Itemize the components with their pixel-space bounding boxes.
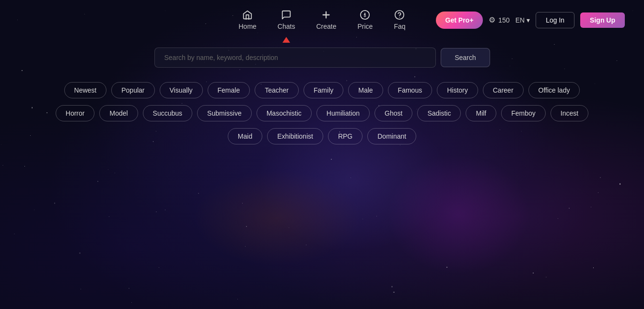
tag-male[interactable]: Male bbox=[348, 82, 383, 98]
chevron-down-icon: ▾ bbox=[527, 16, 530, 24]
tag-teacher[interactable]: Teacher bbox=[255, 82, 299, 98]
tag-submissive[interactable]: Submissive bbox=[197, 105, 252, 121]
tag-office-lady[interactable]: Office lady bbox=[528, 82, 580, 98]
bg-glow-orange bbox=[193, 170, 361, 266]
tags-row-2: HorrorModelSuccubusSubmissiveMasochistic… bbox=[56, 105, 588, 121]
tag-horror[interactable]: Horror bbox=[56, 105, 95, 121]
credits-display: ⚙ 150 bbox=[489, 15, 509, 24]
tag-rpg[interactable]: RPG bbox=[328, 128, 363, 144]
home-icon bbox=[242, 10, 253, 22]
tag-family[interactable]: Family bbox=[304, 82, 343, 98]
nav-faq[interactable]: Faq bbox=[385, 6, 414, 34]
bg-glow-purple bbox=[386, 154, 530, 274]
credits-value: 150 bbox=[498, 16, 509, 24]
tag-career[interactable]: Career bbox=[483, 82, 524, 98]
price-icon: $ bbox=[360, 10, 370, 22]
home-label: Home bbox=[239, 23, 257, 30]
nav-right: Get Pro+ ⚙ 150 EN ▾ Log In Sign Up bbox=[436, 12, 625, 29]
tag-milf[interactable]: Milf bbox=[466, 105, 496, 121]
nav-center: Home Chats Create bbox=[230, 6, 414, 34]
login-button[interactable]: Log In bbox=[536, 12, 574, 28]
search-input[interactable] bbox=[154, 48, 436, 68]
nav-home[interactable]: Home bbox=[230, 6, 265, 34]
tag-female[interactable]: Female bbox=[208, 82, 250, 98]
tag-masochistic[interactable]: Masochistic bbox=[257, 105, 312, 121]
credits-icon: ⚙ bbox=[489, 15, 495, 24]
tags-section: NewestPopularVisuallyFemaleTeacherFamily… bbox=[0, 82, 644, 144]
search-container: Search bbox=[154, 48, 490, 68]
chats-icon bbox=[281, 10, 292, 22]
lang-label: EN bbox=[515, 16, 525, 24]
create-icon bbox=[321, 10, 331, 22]
tag-model[interactable]: Model bbox=[99, 105, 138, 121]
tags-row-3: MaidExhibitionistRPGDominant bbox=[228, 128, 416, 144]
tags-row-1: NewestPopularVisuallyFemaleTeacherFamily… bbox=[64, 82, 580, 98]
search-button[interactable]: Search bbox=[441, 48, 490, 67]
tag-ghost[interactable]: Ghost bbox=[375, 105, 412, 121]
chats-label: Chats bbox=[278, 23, 295, 30]
tag-dominant[interactable]: Dominant bbox=[367, 128, 416, 144]
nav-create[interactable]: Create bbox=[307, 6, 345, 34]
nav-price[interactable]: $ Price bbox=[349, 6, 381, 34]
svg-text:$: $ bbox=[364, 13, 366, 18]
tag-visually[interactable]: Visually bbox=[160, 82, 203, 98]
tag-humiliation[interactable]: Humiliation bbox=[316, 105, 370, 121]
tag-incest[interactable]: Incest bbox=[550, 105, 588, 121]
language-selector[interactable]: EN ▾ bbox=[515, 16, 530, 24]
tag-newest[interactable]: Newest bbox=[64, 82, 107, 98]
price-label: Price bbox=[357, 23, 373, 30]
tag-succubus[interactable]: Succubus bbox=[143, 105, 192, 121]
create-label: Create bbox=[316, 23, 336, 30]
signup-button[interactable]: Sign Up bbox=[580, 12, 625, 28]
faq-icon bbox=[394, 10, 405, 22]
tag-history[interactable]: History bbox=[437, 82, 478, 98]
tag-sadistic[interactable]: Sadistic bbox=[417, 105, 461, 121]
active-indicator bbox=[282, 37, 290, 43]
faq-label: Faq bbox=[394, 23, 405, 30]
navbar: Home Chats Create bbox=[0, 0, 644, 40]
get-pro-button[interactable]: Get Pro+ bbox=[436, 12, 483, 29]
tag-famous[interactable]: Famous bbox=[388, 82, 433, 98]
tag-maid[interactable]: Maid bbox=[228, 128, 262, 144]
tag-femboy[interactable]: Femboy bbox=[501, 105, 546, 121]
nav-chats[interactable]: Chats bbox=[269, 6, 304, 34]
tag-popular[interactable]: Popular bbox=[111, 82, 154, 98]
tag-exhibitionist[interactable]: Exhibitionist bbox=[267, 128, 323, 144]
